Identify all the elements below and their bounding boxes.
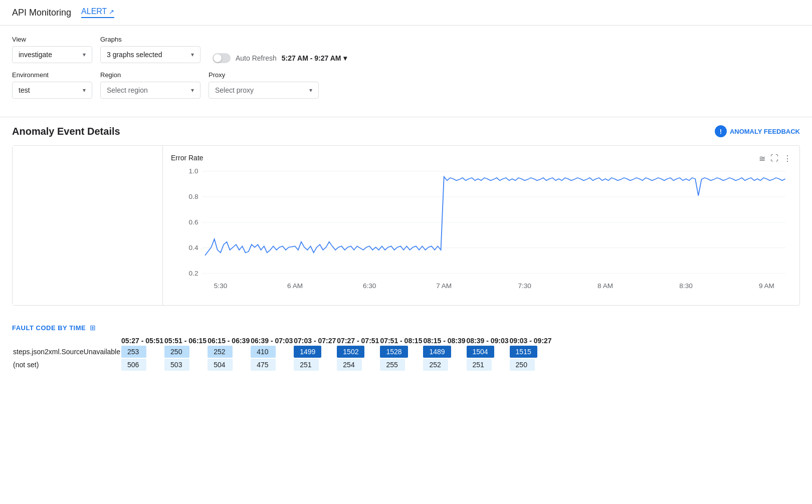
time-range-chevron: ▾ xyxy=(343,54,347,62)
region-control: Region Select region ▾ xyxy=(100,71,200,99)
environment-label: Environment xyxy=(12,71,92,79)
external-link-icon: ↗ xyxy=(109,8,114,16)
svg-text:9 AM: 9 AM xyxy=(759,283,774,290)
graphs-label: Graphs xyxy=(100,36,200,43)
svg-text:0.8: 0.8 xyxy=(189,193,198,200)
svg-text:7:30: 7:30 xyxy=(518,283,531,290)
toggle-knob xyxy=(214,54,222,62)
svg-text:8 AM: 8 AM xyxy=(597,283,613,290)
fault-value-cell: 252 xyxy=(423,359,465,371)
table-row: steps.json2xml.SourceUnavailable25325025… xyxy=(13,346,552,358)
fault-value-cell: 410 xyxy=(251,346,293,358)
anomaly-feedback-button[interactable]: ! ANOMALY FEEDBACK xyxy=(715,125,800,137)
chart-svg: 1.0 0.8 0.6 0.4 0.2 5:30 6 AM 6:30 7 AM … xyxy=(171,166,791,296)
svg-text:8:30: 8:30 xyxy=(679,283,692,290)
svg-text:0.6: 0.6 xyxy=(189,219,198,226)
region-dropdown[interactable]: Select region ▾ xyxy=(100,82,200,99)
fault-value-cell: 253 xyxy=(121,346,163,358)
fault-value-cell: 1499 xyxy=(294,346,336,358)
fault-value-cell: 1515 xyxy=(510,346,552,358)
fault-section: FAULT CODE BY TIME ⊞ 05:27 - 05:51 05:51… xyxy=(0,324,812,382)
fault-table: 05:27 - 05:51 05:51 - 06:15 06:15 - 06:3… xyxy=(12,336,553,372)
chart-right-panel: Error Rate ≅ ⛶ ⋮ 1.0 0.8 0.6 xyxy=(163,146,799,305)
fault-name-cell[interactable]: steps.json2xml.SourceUnavailable xyxy=(13,346,120,358)
graphs-dropdown[interactable]: 3 graphs selected ▾ xyxy=(100,46,200,63)
page-title: API Monitoring xyxy=(12,8,71,18)
chart-area: Error Rate ≅ ⛶ ⋮ 1.0 0.8 0.6 xyxy=(12,145,800,306)
col-header-8: 08:39 - 09:03 xyxy=(467,337,509,345)
proxy-label: Proxy xyxy=(209,71,319,79)
col-header-5: 07:27 - 07:51 xyxy=(337,337,379,345)
region-dropdown-arrow: ▾ xyxy=(191,87,194,94)
controls-row-2: Environment test ▾ Region Select region … xyxy=(12,71,800,99)
col-header-7: 08:15 - 08:39 xyxy=(423,337,465,345)
feedback-icon: ! xyxy=(715,125,727,137)
fault-value-cell: 504 xyxy=(208,359,250,371)
filter-icon[interactable]: ≅ xyxy=(759,154,765,163)
fault-value-cell: 251 xyxy=(467,359,509,371)
error-rate-chart-title: Error Rate xyxy=(171,154,204,162)
page-header: API Monitoring ALERT ↗ xyxy=(0,0,812,26)
auto-refresh-toggle[interactable] xyxy=(213,53,231,63)
fault-value-cell: 503 xyxy=(164,359,207,371)
fault-value-cell: 255 xyxy=(380,359,422,371)
col-header-0: 05:27 - 05:51 xyxy=(121,337,163,345)
anomaly-section: Anomaly Event Details ! ANOMALY FEEDBACK… xyxy=(0,117,812,324)
time-range-picker[interactable]: 5:27 AM - 9:27 AM ▾ xyxy=(282,54,347,62)
fault-value-cell: 1502 xyxy=(337,346,379,358)
fault-value-cell: 1489 xyxy=(423,346,465,358)
proxy-dropdown-arrow: ▾ xyxy=(309,87,312,94)
svg-text:5:30: 5:30 xyxy=(214,283,227,290)
svg-text:1.0: 1.0 xyxy=(189,168,198,175)
alert-link[interactable]: ALERT ↗ xyxy=(81,7,114,18)
col-header-2: 06:15 - 06:39 xyxy=(208,337,250,345)
fault-table-header: FAULT CODE BY TIME ⊞ xyxy=(12,324,800,332)
col-header-9: 09:03 - 09:27 xyxy=(510,337,552,345)
more-icon[interactable]: ⋮ xyxy=(783,154,791,163)
environment-control: Environment test ▾ xyxy=(12,71,92,99)
svg-text:7 AM: 7 AM xyxy=(436,283,452,290)
environment-dropdown-arrow: ▾ xyxy=(83,87,86,94)
anomaly-section-header: Anomaly Event Details ! ANOMALY FEEDBACK xyxy=(12,125,800,137)
fault-value-cell: 506 xyxy=(121,359,163,371)
auto-refresh-label: Auto Refresh xyxy=(236,54,277,62)
fault-table-title: FAULT CODE BY TIME xyxy=(12,324,86,332)
fault-value-cell: 475 xyxy=(251,359,293,371)
fault-value-cell: 1528 xyxy=(380,346,422,358)
col-header-1: 05:51 - 06:15 xyxy=(164,337,207,345)
chart-toolbar: ≅ ⛶ ⋮ xyxy=(759,154,791,163)
col-header-3: 06:39 - 07:03 xyxy=(251,337,293,345)
col-header-4: 07:03 - 07:27 xyxy=(294,337,336,345)
export-icon[interactable]: ⊞ xyxy=(90,324,96,332)
environment-dropdown[interactable]: test ▾ xyxy=(12,82,92,99)
graphs-control: Graphs 3 graphs selected ▾ xyxy=(100,36,200,63)
controls-row-1: View investigate ▾ Graphs 3 graphs selec… xyxy=(12,36,800,63)
anomaly-section-title: Anomaly Event Details xyxy=(12,126,120,137)
fault-value-cell: 252 xyxy=(208,346,250,358)
auto-refresh-group: Auto Refresh 5:27 AM - 9:27 AM ▾ xyxy=(213,53,347,63)
fault-value-cell: 254 xyxy=(337,359,379,371)
fault-table-wrapper: 05:27 - 05:51 05:51 - 06:15 06:15 - 06:3… xyxy=(12,336,800,372)
proxy-dropdown[interactable]: Select proxy ▾ xyxy=(209,82,319,99)
view-dropdown-arrow: ▾ xyxy=(83,51,86,58)
col-header-6: 07:51 - 08:15 xyxy=(380,337,422,345)
svg-text:6 AM: 6 AM xyxy=(287,283,303,290)
svg-text:6:30: 6:30 xyxy=(363,283,376,290)
fault-table-header-row: 05:27 - 05:51 05:51 - 06:15 06:15 - 06:3… xyxy=(13,337,552,345)
col-header-name xyxy=(13,337,120,345)
fault-value-cell: 1504 xyxy=(467,346,509,358)
graphs-dropdown-arrow: ▾ xyxy=(191,51,194,58)
svg-text:0.4: 0.4 xyxy=(189,244,198,251)
controls-panel: View investigate ▾ Graphs 3 graphs selec… xyxy=(0,26,812,117)
table-row: (not set)506503504475251254255252251250 xyxy=(13,359,552,371)
view-control: View investigate ▾ xyxy=(12,36,92,63)
region-label: Region xyxy=(100,71,200,79)
view-label: View xyxy=(12,36,92,43)
svg-text:0.2: 0.2 xyxy=(189,270,198,277)
fault-value-cell: 251 xyxy=(294,359,336,371)
expand-icon[interactable]: ⛶ xyxy=(770,154,778,163)
fault-name-cell[interactable]: (not set) xyxy=(13,359,120,371)
fault-value-cell: 250 xyxy=(164,346,207,358)
error-rate-chart: 1.0 0.8 0.6 0.4 0.2 5:30 6 AM 6:30 7 AM … xyxy=(171,166,791,296)
view-dropdown[interactable]: investigate ▾ xyxy=(12,46,92,63)
